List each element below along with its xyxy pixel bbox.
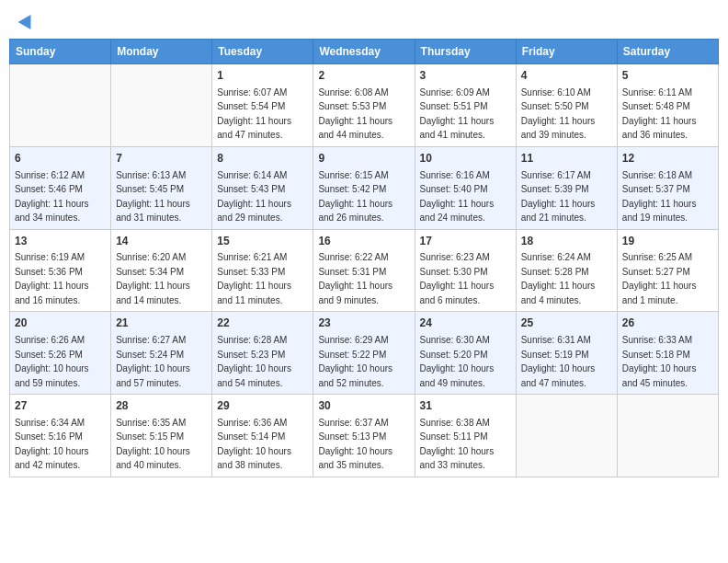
day-info: Sunrise: 6:10 AM Sunset: 5:50 PM Dayligh… (521, 87, 596, 141)
day-info: Sunrise: 6:35 AM Sunset: 5:15 PM Dayligh… (116, 418, 190, 471)
day-info: Sunrise: 6:21 AM Sunset: 5:33 PM Dayligh… (217, 252, 291, 305)
day-info: Sunrise: 6:07 AM Sunset: 5:54 PM Dayligh… (217, 87, 291, 141)
day-info: Sunrise: 6:16 AM Sunset: 5:40 PM Dayligh… (420, 170, 495, 224)
calendar-cell (516, 395, 617, 477)
day-info: Sunrise: 6:15 AM Sunset: 5:42 PM Dayligh… (318, 170, 392, 224)
day-number: 29 (217, 398, 308, 414)
calendar-cell: 14Sunrise: 6:20 AM Sunset: 5:34 PM Dayli… (111, 229, 212, 312)
calendar-cell: 26Sunrise: 6:33 AM Sunset: 5:18 PM Dayli… (617, 312, 718, 395)
day-number: 1 (217, 68, 308, 84)
calendar-cell: 13Sunrise: 6:19 AM Sunset: 5:36 PM Dayli… (10, 229, 111, 312)
logo (18, 14, 35, 27)
day-info: Sunrise: 6:14 AM Sunset: 5:43 PM Dayligh… (217, 170, 291, 224)
day-number: 12 (622, 151, 713, 167)
calendar-cell: 5Sunrise: 6:11 AM Sunset: 5:48 PM Daylig… (617, 64, 718, 147)
calendar-week-3: 13Sunrise: 6:19 AM Sunset: 5:36 PM Dayli… (10, 229, 719, 312)
day-number: 15 (217, 234, 308, 249)
calendar-cell: 7Sunrise: 6:13 AM Sunset: 5:45 PM Daylig… (111, 146, 212, 229)
day-number: 16 (318, 234, 409, 249)
calendar-cell: 8Sunrise: 6:14 AM Sunset: 5:43 PM Daylig… (212, 146, 313, 229)
day-number: 17 (420, 234, 511, 249)
page-header (9, 9, 719, 31)
calendar-cell: 30Sunrise: 6:37 AM Sunset: 5:13 PM Dayli… (313, 395, 415, 477)
day-number: 6 (15, 151, 106, 167)
day-number: 26 (622, 316, 713, 331)
day-header-saturday: Saturday (617, 40, 718, 64)
calendar-cell (10, 64, 111, 147)
day-number: 3 (420, 68, 511, 84)
day-header-friday: Friday (516, 40, 617, 64)
calendar-cell: 29Sunrise: 6:36 AM Sunset: 5:14 PM Dayli… (212, 395, 313, 477)
day-header-monday: Monday (111, 40, 212, 64)
day-info: Sunrise: 6:26 AM Sunset: 5:26 PM Dayligh… (15, 335, 89, 388)
day-number: 10 (420, 151, 511, 167)
day-info: Sunrise: 6:31 AM Sunset: 5:19 PM Dayligh… (521, 335, 596, 388)
day-number: 7 (116, 151, 207, 167)
day-info: Sunrise: 6:36 AM Sunset: 5:14 PM Dayligh… (217, 418, 291, 471)
day-number: 28 (116, 398, 207, 414)
day-number: 30 (318, 398, 409, 414)
day-number: 4 (521, 68, 612, 84)
calendar-cell: 16Sunrise: 6:22 AM Sunset: 5:31 PM Dayli… (313, 229, 415, 312)
calendar-cell: 17Sunrise: 6:23 AM Sunset: 5:30 PM Dayli… (415, 229, 516, 312)
calendar-cell (617, 395, 718, 477)
day-number: 9 (318, 151, 409, 167)
day-info: Sunrise: 6:23 AM Sunset: 5:30 PM Dayligh… (420, 252, 495, 305)
day-number: 11 (521, 151, 612, 167)
calendar-cell: 10Sunrise: 6:16 AM Sunset: 5:40 PM Dayli… (415, 146, 516, 229)
calendar-cell: 2Sunrise: 6:08 AM Sunset: 5:53 PM Daylig… (313, 64, 415, 147)
day-number: 23 (318, 316, 409, 331)
day-number: 22 (217, 316, 308, 331)
calendar-cell: 28Sunrise: 6:35 AM Sunset: 5:15 PM Dayli… (111, 395, 212, 477)
calendar-cell: 9Sunrise: 6:15 AM Sunset: 5:42 PM Daylig… (313, 146, 415, 229)
day-info: Sunrise: 6:37 AM Sunset: 5:13 PM Dayligh… (318, 418, 392, 471)
day-info: Sunrise: 6:30 AM Sunset: 5:20 PM Dayligh… (420, 335, 495, 388)
day-info: Sunrise: 6:18 AM Sunset: 5:37 PM Dayligh… (622, 170, 697, 224)
calendar-cell: 19Sunrise: 6:25 AM Sunset: 5:27 PM Dayli… (617, 229, 718, 312)
day-info: Sunrise: 6:20 AM Sunset: 5:34 PM Dayligh… (116, 252, 190, 305)
calendar-week-1: 1Sunrise: 6:07 AM Sunset: 5:54 PM Daylig… (10, 64, 719, 147)
calendar-cell (111, 64, 212, 147)
day-info: Sunrise: 6:11 AM Sunset: 5:48 PM Dayligh… (622, 87, 697, 141)
calendar-cell: 12Sunrise: 6:18 AM Sunset: 5:37 PM Dayli… (617, 146, 718, 229)
day-info: Sunrise: 6:33 AM Sunset: 5:18 PM Dayligh… (622, 335, 697, 388)
day-number: 25 (521, 316, 612, 331)
day-info: Sunrise: 6:25 AM Sunset: 5:27 PM Dayligh… (622, 252, 697, 305)
calendar-cell: 23Sunrise: 6:29 AM Sunset: 5:22 PM Dayli… (313, 312, 415, 395)
day-info: Sunrise: 6:38 AM Sunset: 5:11 PM Dayligh… (420, 418, 495, 471)
day-info: Sunrise: 6:08 AM Sunset: 5:53 PM Dayligh… (318, 87, 392, 141)
day-number: 19 (622, 234, 713, 249)
day-info: Sunrise: 6:28 AM Sunset: 5:23 PM Dayligh… (217, 335, 291, 388)
day-header-wednesday: Wednesday (313, 40, 415, 64)
calendar-cell: 11Sunrise: 6:17 AM Sunset: 5:39 PM Dayli… (516, 146, 617, 229)
calendar-cell: 20Sunrise: 6:26 AM Sunset: 5:26 PM Dayli… (10, 312, 111, 395)
day-info: Sunrise: 6:34 AM Sunset: 5:16 PM Dayligh… (15, 418, 89, 471)
calendar-cell: 15Sunrise: 6:21 AM Sunset: 5:33 PM Dayli… (212, 229, 313, 312)
day-number: 18 (521, 234, 612, 249)
day-info: Sunrise: 6:12 AM Sunset: 5:46 PM Dayligh… (15, 170, 89, 224)
day-header-tuesday: Tuesday (212, 40, 313, 64)
calendar-cell: 21Sunrise: 6:27 AM Sunset: 5:24 PM Dayli… (111, 312, 212, 395)
calendar-week-5: 27Sunrise: 6:34 AM Sunset: 5:16 PM Dayli… (10, 395, 719, 477)
day-info: Sunrise: 6:22 AM Sunset: 5:31 PM Dayligh… (318, 252, 392, 305)
day-info: Sunrise: 6:24 AM Sunset: 5:28 PM Dayligh… (521, 252, 596, 305)
day-header-thursday: Thursday (415, 40, 516, 64)
day-header-sunday: Sunday (10, 40, 111, 64)
day-number: 24 (420, 316, 511, 331)
day-number: 20 (15, 316, 106, 331)
calendar-cell: 6Sunrise: 6:12 AM Sunset: 5:46 PM Daylig… (10, 146, 111, 229)
day-number: 21 (116, 316, 207, 331)
calendar-cell: 18Sunrise: 6:24 AM Sunset: 5:28 PM Dayli… (516, 229, 617, 312)
day-number: 8 (217, 151, 308, 167)
day-number: 14 (116, 234, 207, 249)
calendar-cell: 22Sunrise: 6:28 AM Sunset: 5:23 PM Dayli… (212, 312, 313, 395)
day-info: Sunrise: 6:09 AM Sunset: 5:51 PM Dayligh… (420, 87, 495, 141)
day-info: Sunrise: 6:27 AM Sunset: 5:24 PM Dayligh… (116, 335, 190, 388)
day-number: 13 (15, 234, 106, 249)
calendar-cell: 24Sunrise: 6:30 AM Sunset: 5:20 PM Dayli… (415, 312, 516, 395)
day-number: 5 (622, 68, 713, 84)
day-info: Sunrise: 6:17 AM Sunset: 5:39 PM Dayligh… (521, 170, 596, 224)
day-number: 27 (15, 398, 106, 414)
logo-triangle-icon (18, 11, 38, 29)
calendar-cell: 31Sunrise: 6:38 AM Sunset: 5:11 PM Dayli… (415, 395, 516, 477)
